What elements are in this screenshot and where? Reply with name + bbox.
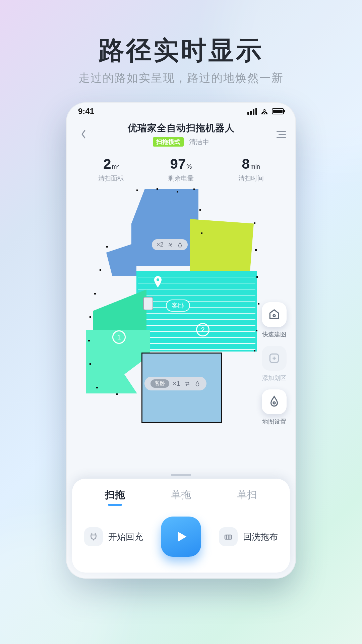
- map-settings-button[interactable]: [262, 389, 287, 414]
- stat-area-value: 2: [103, 156, 111, 172]
- wash-mop-label: 回洗拖布: [243, 531, 278, 543]
- phone-frame: 9:41 优瑞家全自动扫拖机器人 扫拖模式 清洁中 2m² 清扫面积 97% 剩…: [66, 102, 296, 579]
- mop-icon: [219, 527, 238, 546]
- mode-badge: 扫拖模式: [153, 137, 184, 147]
- map-settings-label: 地图设置: [262, 418, 286, 426]
- water-icon: [194, 380, 200, 387]
- recharge-button[interactable]: 开始回充: [84, 527, 143, 546]
- stat-area-unit: m²: [112, 163, 119, 170]
- robot-location-icon: [154, 276, 162, 287]
- battery-icon: [272, 108, 284, 114]
- fan-icon: [167, 241, 174, 248]
- header-title-block: 优瑞家全自动扫拖机器人 扫拖模式 清洁中: [128, 122, 235, 147]
- stat-area-label: 清扫面积: [98, 174, 124, 183]
- tab-sweep-mop[interactable]: 扫拖: [105, 488, 125, 505]
- stat-battery: 97% 剩余电量: [168, 156, 194, 183]
- room-pin-1[interactable]: 1: [112, 330, 126, 344]
- tab-sweep-only[interactable]: 单扫: [237, 488, 257, 505]
- wash-mop-button[interactable]: 回洗拖布: [219, 527, 278, 546]
- hero-subtitle: 走过的路如实呈现，路过的地焕然一新: [0, 70, 362, 86]
- bubble-text: ×1: [173, 380, 180, 387]
- stat-battery-label: 剩余电量: [168, 174, 194, 183]
- recharge-label: 开始回充: [108, 531, 143, 543]
- stat-time-unit: min: [250, 163, 260, 170]
- stat-battery-value: 97: [170, 156, 186, 172]
- svg-point-0: [273, 315, 275, 317]
- stat-time-value: 8: [242, 156, 249, 172]
- status-time: 9:41: [78, 107, 94, 116]
- start-button[interactable]: [161, 517, 201, 557]
- quick-map-button[interactable]: [262, 302, 287, 327]
- svg-point-2: [273, 402, 275, 404]
- dock-icon: [143, 297, 153, 310]
- map-mode-bubble-bottom[interactable]: 客卧 ×1: [144, 377, 206, 390]
- status-bar: 9:41: [66, 102, 296, 120]
- back-button[interactable]: [76, 127, 91, 142]
- sheet-grabber[interactable]: [171, 474, 191, 476]
- stat-battery-unit: %: [186, 163, 192, 170]
- map-region: [106, 243, 136, 276]
- add-zone-label: 添加划区: [262, 374, 286, 382]
- mode-tabs: 扫拖 单拖 单扫: [82, 488, 280, 505]
- map-mode-bubble-top[interactable]: ×2: [152, 239, 188, 250]
- quick-map-label: 快速建图: [262, 330, 286, 338]
- swap-icon: [184, 381, 191, 387]
- bubble-room: 客卧: [150, 379, 169, 388]
- status-icons: [247, 108, 284, 115]
- stats-row: 2m² 清扫面积 97% 剩余电量 8min 清扫时间: [66, 147, 296, 183]
- wifi-icon: [260, 108, 268, 114]
- stat-time: 8min 清扫时间: [238, 156, 264, 183]
- room-pin-2[interactable]: 2: [196, 323, 209, 336]
- signal-icon: [247, 108, 257, 115]
- app-header: 优瑞家全自动扫拖机器人 扫拖模式 清洁中: [66, 120, 296, 147]
- bottom-sheet: 扫拖 单拖 单扫 开始回充 回洗拖布: [72, 479, 290, 573]
- stat-area: 2m² 清扫面积: [98, 156, 124, 183]
- map-side-buttons: 快速建图 添加划区 地图设置: [262, 302, 287, 426]
- device-status: 清洁中: [189, 138, 209, 147]
- menu-button[interactable]: [271, 127, 286, 142]
- stat-time-label: 清扫时间: [238, 174, 264, 183]
- map-region: [131, 189, 198, 266]
- tab-mop-only[interactable]: 单拖: [171, 488, 191, 505]
- plug-icon: [84, 527, 103, 546]
- add-zone-button[interactable]: [262, 346, 287, 371]
- water-icon: [177, 241, 183, 248]
- hero-title: 路径实时显示: [0, 34, 362, 68]
- bubble-text: ×2: [157, 241, 164, 248]
- device-name: 优瑞家全自动扫拖机器人: [128, 122, 235, 135]
- room-label[interactable]: 客卧: [166, 300, 190, 312]
